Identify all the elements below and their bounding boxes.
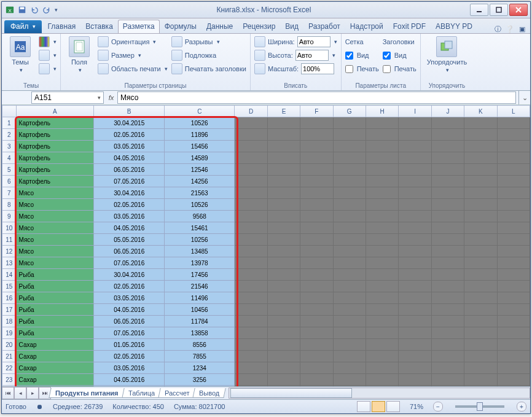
ribbon-tab[interactable]: ABBYY PD <box>431 20 477 33</box>
theme-fonts-button[interactable]: ▾ <box>39 49 57 62</box>
cell-empty[interactable] <box>366 281 398 292</box>
cell-empty[interactable] <box>300 234 333 246</box>
theme-colors-button[interactable]: ▾ <box>39 35 57 49</box>
cell-empty[interactable] <box>333 199 366 211</box>
row-header[interactable]: 21 <box>2 351 17 362</box>
cell[interactable]: 03.05.2016 <box>94 362 165 374</box>
cell-empty[interactable] <box>267 327 300 339</box>
cell-empty[interactable] <box>267 152 300 164</box>
row-header[interactable]: 4 <box>2 152 17 164</box>
print-area-button[interactable]: Область печати▾ <box>98 62 168 76</box>
column-header[interactable]: D <box>235 106 267 117</box>
cell[interactable]: 11496 <box>165 292 235 304</box>
cell-empty[interactable] <box>300 164 333 176</box>
cell[interactable]: 10256 <box>165 234 235 246</box>
cell-empty[interactable] <box>431 281 464 292</box>
expand-formula-icon[interactable]: ⌄ <box>518 91 530 104</box>
cell-empty[interactable] <box>267 257 300 269</box>
row-header[interactable]: 3 <box>2 141 17 152</box>
sheet-tab-active[interactable]: Продукты питания <box>49 388 125 398</box>
cell-empty[interactable] <box>235 269 267 281</box>
cell-empty[interactable] <box>399 117 431 129</box>
cell-empty[interactable] <box>267 234 300 246</box>
cell-empty[interactable] <box>497 339 530 351</box>
cell-empty[interactable] <box>464 281 497 292</box>
cell-empty[interactable] <box>366 211 398 222</box>
cell-empty[interactable] <box>267 141 300 152</box>
cell-empty[interactable] <box>366 222 398 234</box>
cell-empty[interactable] <box>464 152 497 164</box>
cell-empty[interactable] <box>497 199 530 211</box>
cell-empty[interactable] <box>366 141 398 152</box>
view-page-break[interactable] <box>386 401 400 412</box>
cell-empty[interactable] <box>399 374 431 386</box>
cell-empty[interactable] <box>267 292 300 304</box>
cell-empty[interactable] <box>235 362 267 374</box>
cell[interactable]: Картофель <box>16 176 94 187</box>
cell-empty[interactable] <box>300 316 333 327</box>
cell-empty[interactable] <box>464 129 497 141</box>
maximize-button[interactable] <box>490 4 508 16</box>
cell[interactable]: Сахар <box>16 386 94 387</box>
ribbon-tab[interactable]: Разработ <box>303 20 345 33</box>
cell-empty[interactable] <box>464 362 497 374</box>
select-all-corner[interactable] <box>2 106 17 117</box>
cell-empty[interactable] <box>399 386 431 387</box>
chevron-down-icon[interactable]: ▾ <box>98 95 101 101</box>
file-tab[interactable]: Файл ▾ <box>4 20 42 33</box>
cell-empty[interactable] <box>267 316 300 327</box>
cell-empty[interactable] <box>333 304 366 316</box>
row-header[interactable]: 9 <box>2 211 17 222</box>
row-header[interactable]: 17 <box>2 304 17 316</box>
cell-empty[interactable] <box>235 292 267 304</box>
headings-print-check[interactable]: Печать <box>383 62 417 76</box>
cell[interactable]: 10456 <box>165 304 235 316</box>
cell-empty[interactable] <box>399 362 431 374</box>
cell-empty[interactable] <box>431 176 464 187</box>
cell-empty[interactable] <box>267 386 300 387</box>
sheet-tab[interactable]: Таблица <box>122 388 162 398</box>
cell[interactable]: 02.05.2016 <box>94 129 165 141</box>
cell-empty[interactable] <box>235 351 267 362</box>
cell-empty[interactable] <box>431 152 464 164</box>
cell-empty[interactable] <box>431 164 464 176</box>
cell[interactable]: 02.05.2016 <box>94 351 165 362</box>
cell-empty[interactable] <box>464 234 497 246</box>
cell[interactable]: Мясо <box>16 234 94 246</box>
themes-button[interactable]: Aa Темы ▾ <box>6 35 35 74</box>
cell-empty[interactable] <box>333 316 366 327</box>
cell-empty[interactable] <box>300 339 333 351</box>
cell[interactable]: Рыба <box>16 269 94 281</box>
minimize-button[interactable] <box>470 4 488 16</box>
cell-empty[interactable] <box>497 141 530 152</box>
formula-input[interactable]: Мясо <box>117 92 516 104</box>
width-input[interactable] <box>297 36 331 47</box>
column-header[interactable]: F <box>300 106 333 117</box>
cell-empty[interactable] <box>464 222 497 234</box>
cell-empty[interactable] <box>431 327 464 339</box>
worksheet[interactable]: ABCDEFGHIJKL1Картофель30.04.2015105262Ка… <box>2 105 530 386</box>
cell-empty[interactable] <box>497 316 530 327</box>
sheet-nav-first[interactable]: ⏮ <box>2 387 14 399</box>
cell-empty[interactable] <box>399 339 431 351</box>
column-header[interactable]: J <box>431 106 464 117</box>
print-titles-button[interactable]: Печатать заголовки <box>171 62 246 76</box>
cell-empty[interactable] <box>300 281 333 292</box>
cell[interactable]: 15456 <box>165 141 235 152</box>
cell-empty[interactable] <box>366 176 398 187</box>
cell-empty[interactable] <box>431 222 464 234</box>
cell[interactable]: 17456 <box>165 269 235 281</box>
cell[interactable]: 21563 <box>165 187 235 199</box>
cell-empty[interactable] <box>431 257 464 269</box>
cell[interactable]: 01.05.2016 <box>94 339 165 351</box>
cell[interactable]: 30.04.2016 <box>94 269 165 281</box>
cell-empty[interactable] <box>267 374 300 386</box>
column-header[interactable]: A <box>16 106 94 117</box>
cell-empty[interactable] <box>235 187 267 199</box>
cell-empty[interactable] <box>464 374 497 386</box>
cell-empty[interactable] <box>497 164 530 176</box>
cell-empty[interactable] <box>366 246 398 257</box>
cell-empty[interactable] <box>399 257 431 269</box>
cell-empty[interactable] <box>300 246 333 257</box>
cell-empty[interactable] <box>464 327 497 339</box>
